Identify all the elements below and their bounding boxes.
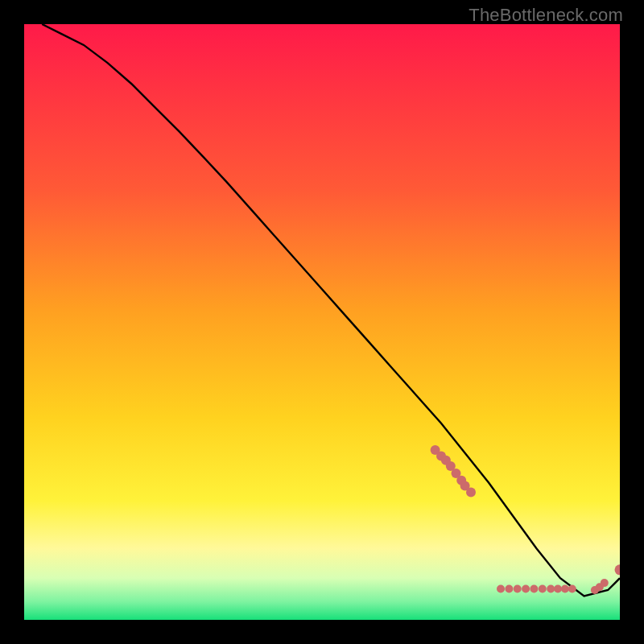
plot-area [24,24,620,620]
background-gradient [24,24,620,620]
chart-frame: TheBottleneck.com [0,0,644,644]
svg-rect-0 [24,24,620,620]
watermark-text: TheBottleneck.com [469,5,623,26]
